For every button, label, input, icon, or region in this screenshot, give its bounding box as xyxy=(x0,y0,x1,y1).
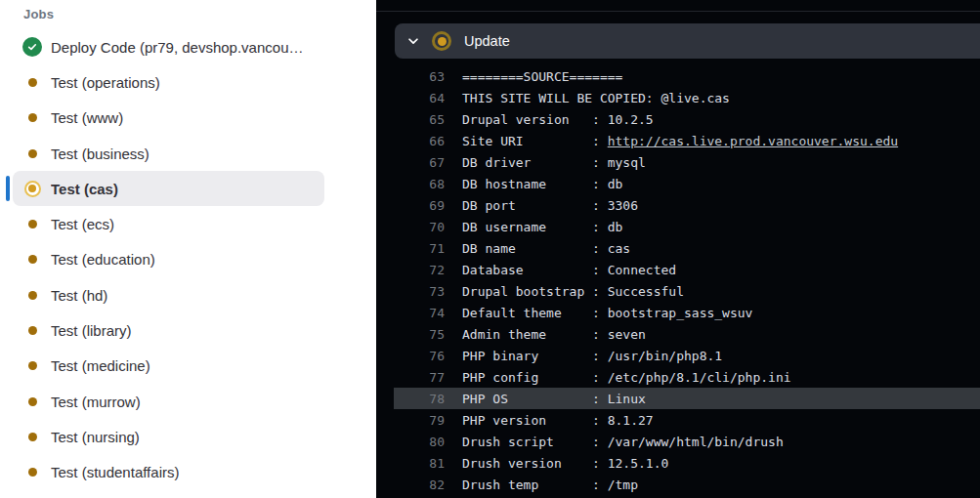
job-status-icon-slot xyxy=(22,72,42,92)
sidebar-job-item[interactable]: Test (business) xyxy=(13,136,324,171)
log-line-text: Drush temp : /tmp xyxy=(462,477,638,492)
log-line: 72Database : Connected xyxy=(394,259,980,280)
status-pending-dot-icon xyxy=(28,326,37,335)
log-line: 77PHP config : /etc/php/8.1/cli/php.ini xyxy=(394,366,980,388)
log-line-number[interactable]: 66 xyxy=(394,134,445,148)
sidebar-job-item[interactable]: Test (studentaffairs) xyxy=(13,455,324,490)
job-status-icon-slot xyxy=(22,108,42,128)
log-line-number[interactable]: 71 xyxy=(394,241,445,256)
log-line-number[interactable]: 73 xyxy=(394,284,445,299)
job-item-label: Test (murrow) xyxy=(51,394,141,410)
sidebar-job-item[interactable]: Test (ecs) xyxy=(13,206,324,241)
job-status-icon-slot xyxy=(22,463,42,482)
log-line-text: Database : Connected xyxy=(462,263,676,277)
log-line-number[interactable]: 68 xyxy=(394,177,445,191)
job-status-icon-slot xyxy=(22,179,42,198)
job-item-label: Test (ecs) xyxy=(51,216,114,232)
log-line-number[interactable]: 78 xyxy=(394,392,445,406)
sidebar-job-item[interactable]: Test (nursing) xyxy=(13,419,324,454)
log-line: 82Drush temp : /tmp xyxy=(394,474,980,495)
log-line-text: DB username : db xyxy=(462,220,622,234)
log-line: 66Site URI : http://cas.live.prod.vancou… xyxy=(394,130,980,151)
status-running-icon xyxy=(24,181,41,197)
jobs-sidebar: Jobs Deploy Code (pr79, devshop.vancou…T… xyxy=(0,0,376,498)
log-section-label: Update xyxy=(464,33,510,49)
log-line: 76PHP binary : /usr/bin/php8.1 xyxy=(394,345,980,366)
log-line-number[interactable]: 77 xyxy=(394,370,445,385)
log-line-text: DB port : 3306 xyxy=(462,198,638,213)
job-status-icon-slot xyxy=(22,215,42,234)
log-section-header-update[interactable]: Update xyxy=(395,23,980,59)
job-item-label: Test (cas) xyxy=(51,181,118,197)
log-line-text: DB name : cas xyxy=(462,241,630,256)
status-pending-dot-icon xyxy=(28,220,37,228)
log-line-number[interactable]: 81 xyxy=(394,456,445,471)
log-line-number[interactable]: 64 xyxy=(394,91,445,105)
status-pending-dot-icon xyxy=(28,291,37,300)
log-line-text: PHP OS : Linux xyxy=(462,392,646,406)
job-status-icon-slot xyxy=(22,356,42,376)
log-line-number[interactable]: 80 xyxy=(394,435,445,449)
job-item-label: Test (studentaffairs) xyxy=(51,464,179,480)
log-line: 73Drupal bootstrap : Successful xyxy=(394,280,980,302)
job-item-label: Test (hd) xyxy=(51,287,107,304)
status-pending-dot-icon xyxy=(28,397,37,406)
job-log-page: Jobs Deploy Code (pr79, devshop.vancou…T… xyxy=(0,0,980,498)
log-line-number[interactable]: 65 xyxy=(394,112,445,127)
job-status-icon-slot xyxy=(22,144,42,163)
jobs-sidebar-title: Jobs xyxy=(23,6,376,23)
status-pending-dot-icon xyxy=(28,113,37,122)
job-log-output[interactable]: 63========SOURCE=======64THIS SITE WILL … xyxy=(376,65,980,495)
job-item-label: Test (medicine) xyxy=(51,357,150,374)
status-pending-dot-icon xyxy=(28,468,37,477)
job-log-panel: Update 63========SOURCE=======64THIS SIT… xyxy=(376,0,980,498)
sidebar-job-item[interactable]: Test (hd) xyxy=(13,277,324,312)
log-line-number[interactable]: 72 xyxy=(394,263,445,277)
status-success-icon xyxy=(22,37,42,57)
log-line-text: PHP config : /etc/php/8.1/cli/php.ini xyxy=(462,370,791,385)
log-line-text: THIS SITE WILL BE COPIED: @live.cas xyxy=(462,91,730,105)
log-line-number[interactable]: 70 xyxy=(394,220,445,234)
log-line: 63========SOURCE======= xyxy=(394,65,980,87)
log-line-number[interactable]: 63 xyxy=(394,69,445,84)
log-line-text: PHP version : 8.1.27 xyxy=(462,413,654,428)
job-status-icon-slot xyxy=(22,285,42,305)
log-line-text: Default theme : bootstrap_sass_wsuv xyxy=(462,306,752,320)
log-link-url[interactable]: http://cas.live.prod.vancouver.wsu.edu xyxy=(608,134,898,148)
log-line-number[interactable]: 74 xyxy=(394,306,445,320)
job-item-label: Test (business) xyxy=(51,145,149,162)
log-line-text: Admin theme : seven xyxy=(462,327,646,342)
sidebar-job-item[interactable]: Test (www) xyxy=(13,101,324,136)
chevron-down-icon[interactable] xyxy=(405,33,421,49)
sidebar-job-item[interactable]: Test (library) xyxy=(13,312,324,348)
job-status-icon-slot xyxy=(22,392,42,411)
log-line-number[interactable]: 79 xyxy=(394,413,445,428)
sidebar-job-item[interactable]: Test (murrow) xyxy=(13,384,324,419)
log-line-text: ========SOURCE======= xyxy=(462,69,622,84)
log-line-text: Drush version : 12.5.1.0 xyxy=(462,456,668,471)
log-line-text: Drupal version : 10.2.5 xyxy=(462,112,654,127)
sidebar-job-item[interactable]: Test (education) xyxy=(13,242,324,277)
log-line: 65Drupal version : 10.2.5 xyxy=(394,108,980,130)
log-line: 80Drush script : /var/www/html/bin/drush xyxy=(394,431,980,452)
log-line: 79PHP version : 8.1.27 xyxy=(394,409,980,431)
log-line-text: PHP binary : /usr/bin/php8.1 xyxy=(462,349,722,363)
sidebar-job-item[interactable]: Test (medicine) xyxy=(13,349,324,384)
panel-top-divider xyxy=(376,11,980,12)
log-line-text: Site URI : http://cas.live.prod.vancouve… xyxy=(462,134,898,148)
sidebar-job-item[interactable]: Test (operations) xyxy=(13,64,324,100)
log-line-number[interactable]: 75 xyxy=(394,327,445,342)
log-line-number[interactable]: 76 xyxy=(394,349,445,363)
status-pending-dot-icon xyxy=(28,78,37,87)
log-line-number[interactable]: 69 xyxy=(394,198,445,213)
sidebar-job-item[interactable]: Test (cas) xyxy=(13,171,324,206)
job-status-icon-slot xyxy=(22,250,42,270)
status-pending-dot-icon xyxy=(28,361,37,370)
sidebar-job-item[interactable]: Deploy Code (pr79, devshop.vancou… xyxy=(13,29,324,64)
status-pending-dot-icon xyxy=(28,149,37,158)
log-line-text: Drush script : /var/www/html/bin/drush xyxy=(462,435,784,449)
log-line-number[interactable]: 67 xyxy=(394,155,445,170)
log-line: 67DB driver : mysql xyxy=(394,151,980,173)
status-running-icon xyxy=(432,31,451,51)
log-line-number[interactable]: 82 xyxy=(394,477,445,492)
